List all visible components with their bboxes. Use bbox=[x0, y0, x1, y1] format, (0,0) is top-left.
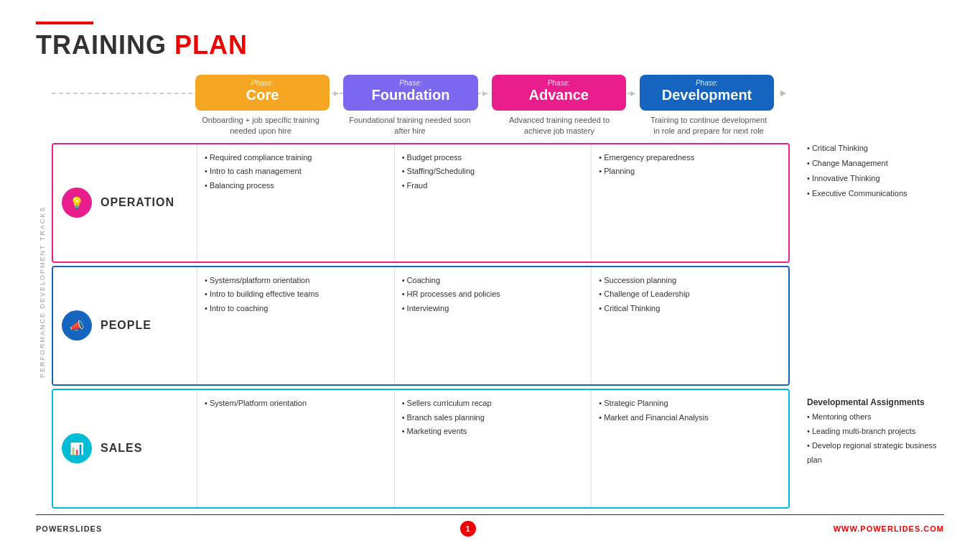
desc-advance: Advanced training needed to achieve job … bbox=[494, 114, 625, 139]
desc-core: Onboarding + job specific training neede… bbox=[195, 114, 326, 139]
list-item: Intro to cash management bbox=[205, 165, 387, 178]
track-row-sales: 📊 SALES System/Platform orientation Sell… bbox=[52, 389, 790, 509]
list-item: Strategic Planning bbox=[599, 397, 781, 410]
page: TRAINING PLAN PERFORMANCE DEVELOPMENT TR… bbox=[0, 0, 980, 551]
phase-dev-label: Phase: bbox=[647, 79, 767, 87]
list-item: Challenge of Leadership bbox=[599, 288, 781, 301]
list-item: • Executive Communications bbox=[807, 186, 940, 201]
page-number: 1 bbox=[460, 521, 476, 537]
sales-name: SALES bbox=[101, 442, 142, 455]
sales-label-cell: 📊 SALES bbox=[53, 390, 197, 507]
desc-development: Training to continue development in role… bbox=[643, 114, 774, 139]
list-item: Critical Thinking bbox=[599, 302, 781, 315]
phase-foundation-title: Foundation bbox=[371, 87, 449, 103]
list-item: • Develop regional strategic business pl… bbox=[807, 439, 940, 468]
sales-icon: 📊 bbox=[62, 433, 92, 463]
list-item: Balancing process bbox=[205, 180, 387, 193]
list-item: Required compliance training bbox=[205, 152, 387, 165]
footer: POWERSLIDES 1 WWW.POWERLIDES.COM bbox=[36, 514, 944, 537]
phase-development: Phase: Development bbox=[640, 75, 774, 111]
grid-rows: 💡 OPERATION Required compliance training… bbox=[52, 143, 790, 509]
title-part1: TRAINING bbox=[36, 30, 174, 60]
title-part2: PLAN bbox=[174, 30, 248, 60]
arrow-4: ► bbox=[777, 87, 790, 98]
track-row-people: 📣 PEOPLE Systems/platform orientation In… bbox=[52, 266, 790, 386]
list-item: Budget process bbox=[402, 152, 584, 165]
list-item: Intro to coaching bbox=[205, 302, 387, 315]
phase-advance: Phase: Advance bbox=[492, 75, 626, 111]
phase-core-label: Phase: bbox=[202, 79, 322, 87]
people-label-cell: 📣 PEOPLE bbox=[53, 267, 197, 384]
footer-center: 1 bbox=[460, 521, 476, 537]
operation-label-cell: 💡 OPERATION bbox=[53, 144, 197, 261]
list-item: Marketing events bbox=[402, 425, 584, 438]
people-core: Systems/platform orientation Intro to bu… bbox=[197, 267, 394, 384]
vertical-track-label: PERFORMANCE DEVELOPMENT TRACKS bbox=[36, 75, 49, 509]
operation-advance: Emergency preparedness Planning bbox=[591, 144, 788, 261]
sales-foundation: Sellers curriculum recap Branch sales pl… bbox=[394, 390, 592, 507]
footer-brand-left: POWERSLIDES bbox=[36, 524, 102, 533]
list-item: Interviewing bbox=[402, 302, 584, 315]
accent-line bbox=[36, 22, 93, 24]
phase-foundation: Phase: Foundation bbox=[343, 75, 477, 111]
list-item: Systems/platform orientation bbox=[205, 274, 387, 287]
list-item: Planning bbox=[599, 165, 781, 178]
main-content: PERFORMANCE DEVELOPMENT TRACKS Phase: Co… bbox=[36, 75, 944, 509]
list-item: Staffing/Scheduling bbox=[402, 165, 584, 178]
list-item: Intro to building effective teams bbox=[205, 288, 387, 301]
table-container: Phase: Core ▸ Phase: Foundation ▸ Phase:… bbox=[52, 75, 790, 509]
list-item: Fraud bbox=[402, 180, 584, 193]
phase-core-title: Core bbox=[246, 87, 279, 103]
people-advance: Succession planning Challenge of Leaders… bbox=[591, 267, 788, 384]
list-item: • Leading multi-branch projects bbox=[807, 425, 940, 439]
phase-advance-title: Advance bbox=[529, 87, 589, 103]
list-item: Branch sales planning bbox=[402, 412, 584, 425]
people-foundation: Coaching HR processes and policies Inter… bbox=[394, 267, 592, 384]
list-item: • Innovative Thinking bbox=[807, 171, 940, 186]
list-item: HR processes and policies bbox=[402, 288, 584, 301]
list-item: Coaching bbox=[402, 274, 584, 287]
operation-icon: 💡 bbox=[62, 187, 92, 218]
dev-sales-section: Developmental Assignments • Mentoring ot… bbox=[803, 386, 944, 509]
operation-foundation: Budget process Staffing/Scheduling Fraud bbox=[394, 144, 592, 261]
operation-core: Required compliance training Intro to ca… bbox=[197, 144, 394, 261]
list-item: • Mentoring others bbox=[807, 410, 940, 425]
phase-dev-title: Development bbox=[662, 87, 752, 103]
dev-operation-section: • Critical Thinking • Change Management … bbox=[803, 135, 944, 258]
track-row-operation: 💡 OPERATION Required compliance training… bbox=[52, 143, 790, 263]
dev-people-section bbox=[803, 261, 944, 384]
list-item: Market and Financial Analysis bbox=[599, 412, 781, 425]
phase-core: Phase: Core bbox=[195, 75, 330, 111]
people-name: PEOPLE bbox=[101, 319, 151, 332]
sales-core: System/Platform orientation bbox=[197, 390, 394, 507]
phase-advance-label: Phase: bbox=[499, 79, 619, 87]
development-column: • Critical Thinking • Change Management … bbox=[790, 75, 944, 509]
list-item: • Change Management bbox=[807, 156, 940, 171]
operation-name: OPERATION bbox=[101, 196, 174, 209]
list-item: System/Platform orientation bbox=[205, 397, 387, 410]
list-item: Succession planning bbox=[599, 274, 781, 287]
people-icon: 📣 bbox=[62, 310, 92, 341]
page-title: TRAINING PLAN bbox=[36, 30, 944, 60]
footer-brand-right: WWW.POWERLIDES.COM bbox=[834, 524, 944, 533]
phase-foundation-label: Phase: bbox=[350, 79, 470, 87]
sales-advance: Strategic Planning Market and Financial … bbox=[591, 390, 788, 507]
list-item: Sellers curriculum recap bbox=[402, 397, 584, 410]
list-item: • Critical Thinking bbox=[807, 141, 940, 156]
desc-foundation: Foundational training needed soon after … bbox=[345, 114, 475, 139]
list-item: Emergency preparedness bbox=[599, 152, 781, 165]
dev-assignments-title: Developmental Assignments bbox=[807, 397, 940, 407]
